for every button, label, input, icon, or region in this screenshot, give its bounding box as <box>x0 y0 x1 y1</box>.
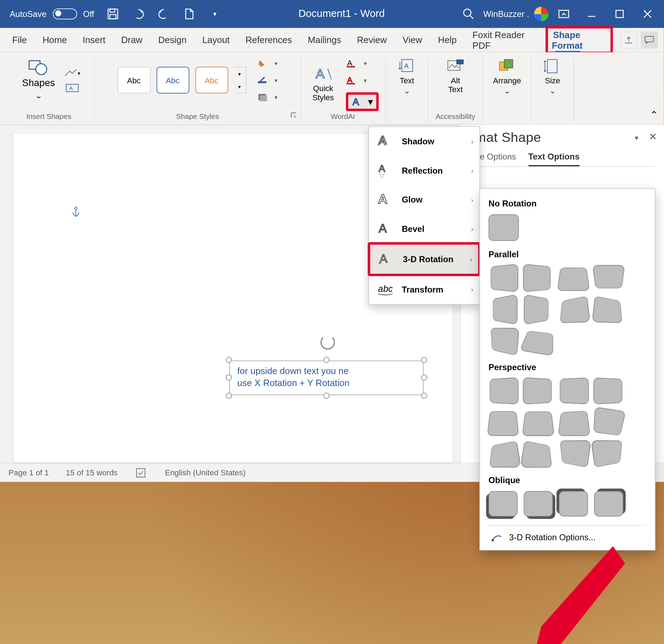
page-indicator[interactable]: Page 1 of 1 <box>8 468 49 477</box>
rotation-preset[interactable] <box>560 296 590 323</box>
effects-bevel[interactable]: A Bevel› <box>369 214 479 243</box>
effects-transform[interactable]: abc Transform› <box>369 275 479 304</box>
tab-view[interactable]: View <box>397 31 428 49</box>
new-doc-button[interactable] <box>177 1 202 26</box>
rotation-preset[interactable] <box>560 440 592 468</box>
text-direction-button[interactable]: A Text ⌄ <box>393 57 421 97</box>
rotation-preset[interactable] <box>489 491 518 516</box>
user-account[interactable]: WinBuzzer . <box>483 7 549 21</box>
rotation-preset[interactable] <box>489 214 519 241</box>
shapes-gallery-button[interactable]: Shapes ⌄ <box>17 57 60 104</box>
text-fill-button[interactable]: A▾ <box>346 57 367 69</box>
svg-point-42 <box>491 539 494 541</box>
rotation-preset[interactable] <box>593 407 626 435</box>
rotation-preset[interactable] <box>524 294 549 325</box>
rotation-preset[interactable] <box>594 491 623 516</box>
search-button[interactable] <box>455 1 481 26</box>
chevron-down-icon: ⌄ <box>35 91 42 100</box>
undo-button[interactable] <box>126 1 151 26</box>
tab-references[interactable]: References <box>239 31 298 49</box>
share-button[interactable] <box>620 31 637 48</box>
minimize-button[interactable] <box>579 1 604 26</box>
resize-handle[interactable] <box>226 392 232 398</box>
resize-handle[interactable] <box>421 392 427 398</box>
qat-customize[interactable]: ▾ <box>202 1 228 26</box>
tab-file[interactable]: File <box>6 31 33 49</box>
quick-styles-button[interactable]: A Quick Styles <box>308 65 339 103</box>
rotation-preset[interactable] <box>487 411 519 436</box>
effects-glow[interactable]: AA Glow› <box>369 185 479 215</box>
shape-styles-gallery[interactable]: Abc Abc Abc ▾▾ <box>117 67 246 94</box>
rotation-preset[interactable] <box>560 377 589 404</box>
comments-button[interactable] <box>641 31 658 48</box>
3d-rotation-options-link[interactable]: 3-D Rotation Options... <box>489 525 646 545</box>
autosave-toggle[interactable]: AutoSave Off <box>4 8 100 19</box>
rotation-preset[interactable] <box>493 294 518 325</box>
tab-home[interactable]: Home <box>36 31 73 49</box>
tab-shape-format[interactable]: Shape Format <box>552 27 584 53</box>
resize-handle[interactable] <box>226 357 232 363</box>
rotation-preset[interactable] <box>490 328 519 356</box>
collapse-ribbon-button[interactable]: ⌃ <box>650 109 658 121</box>
rotation-preset[interactable] <box>491 264 518 292</box>
maximize-button[interactable] <box>607 1 632 26</box>
rotation-preset[interactable] <box>519 331 553 356</box>
resize-handle[interactable] <box>421 357 427 363</box>
rotation-preset[interactable] <box>520 440 552 468</box>
textbox-button[interactable]: A <box>64 82 80 93</box>
rotation-preset[interactable] <box>524 491 553 516</box>
rotation-preset[interactable] <box>523 377 552 405</box>
rotation-preset[interactable] <box>591 440 622 468</box>
rotation-preset[interactable] <box>592 296 622 323</box>
text-options-tab[interactable]: Text Options <box>528 152 579 166</box>
style-swatch[interactable]: Abc <box>117 67 150 94</box>
tab-layout[interactable]: Layout <box>196 31 236 49</box>
shape-outline-button[interactable]: ▾ <box>257 74 277 86</box>
arrange-button[interactable]: Arrange ⌄ <box>488 57 526 97</box>
close-button[interactable] <box>635 1 660 26</box>
tab-review[interactable]: Review <box>351 31 393 49</box>
shape-fill-button[interactable]: ▾ <box>257 57 277 69</box>
style-more-button[interactable]: ▾▾ <box>234 67 246 94</box>
textbox-content[interactable]: for upside down text you ne use X Rotati… <box>229 361 423 395</box>
dialog-launcher-icon[interactable] <box>291 112 298 120</box>
rotation-preset[interactable] <box>593 377 622 404</box>
word-count[interactable]: 15 of 15 words <box>66 468 118 477</box>
language-indicator[interactable]: English (United States) <box>165 468 246 477</box>
edit-shape-button[interactable]: ▾ <box>64 68 80 79</box>
style-swatch[interactable]: Abc <box>195 67 228 94</box>
tab-foxit[interactable]: Foxit Reader PDF <box>466 26 542 54</box>
shape-effects-button[interactable]: ▾ <box>257 91 277 103</box>
text-outline-button[interactable]: A▾ <box>346 74 367 86</box>
resize-handle[interactable] <box>324 357 330 363</box>
pane-close-button[interactable]: ✕ <box>649 131 657 143</box>
tab-mailings[interactable]: Mailings <box>302 31 347 49</box>
tab-design[interactable]: Design <box>152 31 193 49</box>
size-button[interactable]: Size ⌄ <box>539 57 567 97</box>
redo-button[interactable] <box>151 1 177 26</box>
rotate-handle[interactable] <box>325 335 328 357</box>
rotation-preset[interactable] <box>557 267 590 291</box>
ribbon-display-button[interactable] <box>551 1 577 26</box>
rotation-preset[interactable] <box>523 264 550 292</box>
rotation-preset[interactable] <box>559 491 588 516</box>
effects-shadow[interactable]: AA Shadow› <box>369 127 479 156</box>
rotation-preset[interactable] <box>490 377 519 405</box>
effects-3d-rotation[interactable]: A 3-D Rotation› <box>368 242 481 276</box>
rotation-preset[interactable] <box>592 265 625 288</box>
effects-reflection[interactable]: AA Reflection› <box>369 156 479 185</box>
tab-help[interactable]: Help <box>432 31 463 49</box>
resize-handle[interactable] <box>324 392 330 398</box>
alt-text-button[interactable]: Alt Text <box>441 57 469 95</box>
rotation-preset[interactable] <box>522 411 555 436</box>
rotation-preset[interactable] <box>489 440 521 468</box>
rotation-preset[interactable] <box>558 411 590 436</box>
text-effects-button[interactable]: A ▾ <box>346 92 379 111</box>
tab-insert[interactable]: Insert <box>77 31 111 49</box>
selected-textbox[interactable]: for upside down text you ne use X Rotati… <box>229 361 423 395</box>
pane-options-dropdown[interactable]: ▼ <box>634 135 640 142</box>
style-swatch[interactable]: Abc <box>156 67 189 94</box>
tab-draw[interactable]: Draw <box>115 31 149 49</box>
spellcheck-icon[interactable] <box>134 467 148 478</box>
save-button[interactable] <box>100 1 126 26</box>
